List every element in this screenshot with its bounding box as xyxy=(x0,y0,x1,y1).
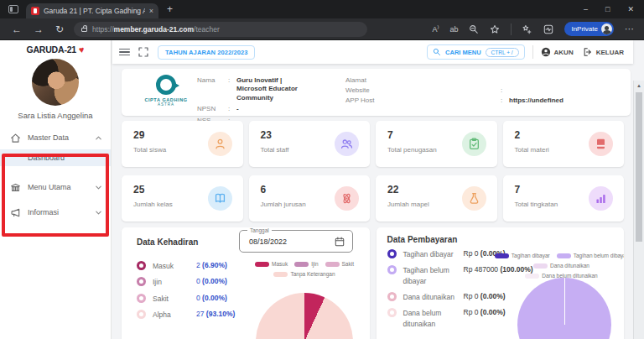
forward-icon[interactable]: → xyxy=(34,23,44,35)
charts-row: Data Kehadiran Tanggal 08/18/2022 Masuk … xyxy=(122,227,631,339)
inprivate-label: InPrivate xyxy=(571,25,598,33)
dashboard-content: CIPTA GADHING ASTRA Nama : Guru Inovatif… xyxy=(112,64,633,339)
masuk-ring-icon xyxy=(137,261,146,270)
payment-title: Data Pembayaran xyxy=(387,235,458,244)
info-fields-right: Alamat Website : APP Host : https xyxy=(345,76,626,107)
stat-card-total-materi: 2 Total materi xyxy=(503,121,625,167)
legend-item: Sakit xyxy=(325,261,354,267)
info-row: APP Host : https://undefined xyxy=(345,96,626,105)
sidebar: GARUDA-21 ♥ Sara Listia Anggelina Master… xyxy=(0,40,112,339)
stat-card-jumlah-jurusan: 6 Jumlah jurusan xyxy=(249,175,371,222)
browser-essentials-icon[interactable] xyxy=(543,24,553,34)
page-scrollbar[interactable]: ▲ xyxy=(633,81,644,339)
grade-icon xyxy=(595,192,607,205)
tab-favicon-icon xyxy=(31,7,39,15)
list-item: Alpha 27 (93.10%) xyxy=(137,310,235,320)
school-year-button[interactable]: TAHUN AJARAN 2022/2023 xyxy=(158,45,255,60)
legend-item: Tanpa Keterangan xyxy=(273,271,335,277)
address-bar[interactable]: https://member.garuda-21.com/teacher xyxy=(74,22,367,37)
chevron-down-icon xyxy=(95,184,102,191)
window-maximize-button[interactable]: □ xyxy=(605,5,610,13)
back-icon[interactable]: ← xyxy=(12,23,22,35)
org-logo: CIPTA GADHING ASTRA xyxy=(133,75,199,107)
date-picker-value[interactable]: 08/18/2022 xyxy=(249,237,287,246)
class-icon xyxy=(214,192,226,205)
logout-button[interactable]: KELUAR xyxy=(583,47,624,57)
read-aloud-icon[interactable]: A) xyxy=(432,24,439,34)
info-fields-left: Nama : Guru Inovatif | Microsoft Educato… xyxy=(197,76,314,128)
inprivate-badge[interactable]: InPrivate xyxy=(564,22,614,36)
search-menu-button[interactable]: CARI MENU CTRL + / xyxy=(427,44,524,60)
attendance-legend: Masuk Ijin Sakit Tanpa Keterangan xyxy=(241,261,368,277)
home-icon xyxy=(10,133,21,143)
chevron-down-icon xyxy=(95,209,102,216)
zoom-icon[interactable] xyxy=(469,24,479,34)
url-text[interactable]: https://member.garuda-21.com/teacher xyxy=(92,25,220,34)
megaphone-icon xyxy=(10,207,21,218)
list-item: Ijin 0 (0.00%) xyxy=(137,277,235,287)
alpha-ring-icon xyxy=(137,310,146,319)
translate-icon[interactable]: ab xyxy=(449,25,458,34)
app-logo-text: GARUDA-21 xyxy=(27,44,76,55)
browser-tab[interactable]: Garuda 21 | PT. Cipta Gadhing A × xyxy=(26,3,158,18)
stat-card-total-penugasan: 7 Total penugasan xyxy=(376,121,497,167)
app-logo: GARUDA-21 ♥ xyxy=(0,40,111,55)
tab-close-icon[interactable]: × xyxy=(149,8,153,15)
list-item: Dana ditunaikan Rp 0 (0.00%) xyxy=(387,292,533,302)
attendance-pie-chart xyxy=(256,293,353,339)
favorites-icon[interactable] xyxy=(490,24,500,34)
heart-wing-icon: ♥ xyxy=(78,44,85,55)
legend-item: Tagihan belum dibayar xyxy=(557,253,624,258)
window-close-button[interactable]: ✕ xyxy=(627,5,634,13)
sidebar-item-informasi[interactable]: Informasi xyxy=(0,203,111,222)
app-header: TAHUN AJARAN 2022/2023 CARI MENU CTRL + … xyxy=(112,40,633,64)
search-label: CARI MENU xyxy=(445,49,481,56)
tagihan-belum-ring-icon xyxy=(387,265,397,274)
info-row: NPSN : - xyxy=(197,105,314,113)
material-icon xyxy=(595,138,607,150)
date-picker[interactable]: Tanggal 08/18/2022 xyxy=(239,230,353,253)
pie-divider-line xyxy=(564,278,566,325)
window-minimize-button[interactable]: – xyxy=(584,5,588,13)
new-tab-button[interactable]: + xyxy=(167,3,173,15)
stat-card-total-siswa: 29 Total siswa xyxy=(122,121,243,167)
toolbar-divider xyxy=(511,23,512,35)
user-photo xyxy=(32,59,79,106)
account-button[interactable]: AKUN xyxy=(541,47,574,57)
lock-icon[interactable] xyxy=(81,28,87,32)
subject-icon xyxy=(468,192,480,205)
search-shortcut-badge: CTRL + / xyxy=(486,48,519,57)
screen: Garuda 21 | PT. Cipta Gadhing A × + – □ … xyxy=(0,0,644,339)
list-item: Sakit 0 (0.00%) xyxy=(137,294,235,304)
date-picker-label: Tanggal xyxy=(247,227,272,233)
ijin-ring-icon xyxy=(137,277,146,286)
info-row: Website : xyxy=(345,86,626,94)
school-info-card: CIPTA GADHING ASTRA Nama : Guru Inovatif… xyxy=(122,69,631,116)
calendar-icon[interactable] xyxy=(335,237,345,247)
account-icon xyxy=(541,47,551,57)
scrollbar-thumb[interactable] xyxy=(636,92,642,242)
dana-belum-ring-icon xyxy=(387,308,397,317)
stat-card-jumlah-mapel: 22 Jumlah mapel xyxy=(376,175,497,222)
sidebar-item-menu-utama[interactable]: Menu Utama xyxy=(0,178,111,196)
legend-item: Masuk xyxy=(255,261,288,267)
scrollbar-up-icon[interactable]: ▲ xyxy=(636,83,641,88)
tagihan-dibayar-ring-icon xyxy=(387,249,397,258)
tab-title: Garuda 21 | PT. Cipta Gadhing A xyxy=(44,7,145,15)
hamburger-menu-icon[interactable] xyxy=(119,49,130,56)
stat-card-jumlah-kelas: 25 Jumlah kelas xyxy=(122,175,243,222)
settings-more-icon[interactable]: ⋯ xyxy=(625,23,634,34)
app-frame: GARUDA-21 ♥ Sara Listia Anggelina Master… xyxy=(0,40,644,339)
refresh-icon[interactable]: ↻ xyxy=(55,23,64,35)
profile-avatar-icon[interactable] xyxy=(601,23,612,34)
stats-grid: 29 Total siswa 23 Total staff xyxy=(122,121,631,222)
sidebar-item-dashboard[interactable]: Dashboard xyxy=(0,149,111,166)
collections-icon[interactable] xyxy=(522,24,532,34)
chevron-up-icon xyxy=(95,134,102,142)
tab-workspaces-icon[interactable] xyxy=(8,5,18,13)
building-icon xyxy=(10,182,21,193)
list-item: Dana belum ditunaikan Rp 0 (0.00%) xyxy=(387,308,533,329)
sidebar-item-master-data[interactable]: Master Data xyxy=(0,128,111,147)
logout-icon xyxy=(583,47,593,57)
fullscreen-icon[interactable] xyxy=(138,47,148,57)
